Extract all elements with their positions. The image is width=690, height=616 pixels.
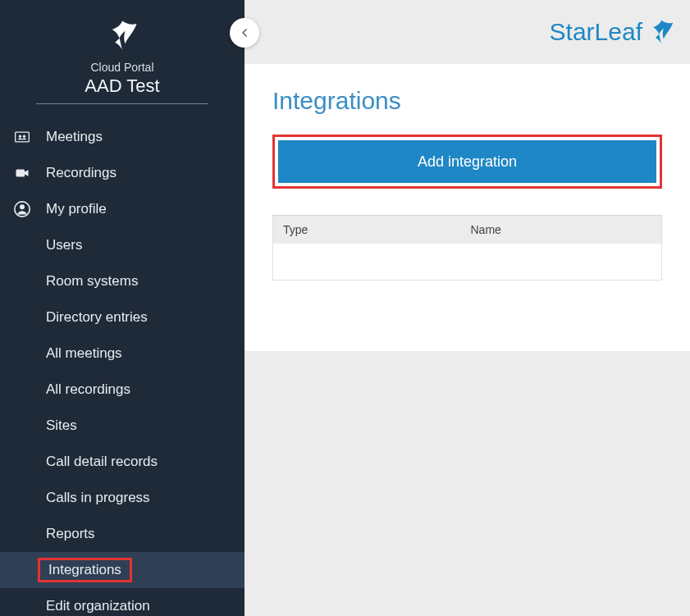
sidebar-item-users[interactable]: Users [0, 227, 244, 263]
svg-point-2 [23, 135, 25, 138]
portal-label: Cloud Portal [90, 61, 153, 74]
add-integration-button[interactable]: Add integration [278, 140, 656, 183]
sidebar-item-label: All meetings [46, 345, 122, 362]
brand-logo: StarLeaf [550, 18, 675, 46]
sidebar-item-my-profile[interactable]: My profile [0, 191, 244, 227]
highlight-box: Integrations [38, 558, 132, 582]
recording-icon [11, 162, 33, 184]
sidebar-collapse-button[interactable] [230, 18, 259, 48]
svg-rect-0 [16, 132, 30, 142]
sidebar-item-reports[interactable]: Reports [0, 516, 244, 552]
sidebar-header: Cloud Portal AAD Test [0, 0, 244, 104]
page-title: Integrations [272, 87, 662, 115]
sidebar-item-all-recordings[interactable]: All recordings [0, 372, 244, 408]
org-name: AAD Test [36, 75, 208, 104]
sidebar-item-label: Room systems [46, 273, 138, 290]
chevron-left-icon [238, 26, 251, 39]
sidebar-item-recordings[interactable]: Recordings [0, 155, 244, 191]
sidebar-item-label: Integrations [48, 562, 121, 577]
table-body-empty [273, 244, 661, 280]
sidebar-nav: Meetings Recordings My profile [0, 119, 244, 616]
column-header-type[interactable]: Type [273, 223, 468, 236]
svg-point-5 [20, 204, 25, 209]
sidebar-item-calls-in-progress[interactable]: Calls in progress [0, 480, 244, 516]
sidebar-item-label: Reports [46, 526, 95, 542]
sidebar-item-label: Sites [46, 418, 77, 434]
sidebar-item-integrations[interactable]: Integrations [0, 552, 244, 588]
sidebar-item-meetings[interactable]: Meetings [0, 119, 244, 155]
sidebar-item-label: Users [46, 237, 82, 253]
starleaf-leaf-icon [105, 18, 139, 52]
profile-icon [11, 198, 33, 220]
sidebar-item-label: Recordings [46, 165, 117, 181]
top-bar: StarLeaf [244, 0, 690, 64]
sidebar-item-label: Call detail records [46, 454, 158, 470]
meetings-icon [11, 126, 33, 148]
sidebar-item-label: Calls in progress [46, 490, 150, 506]
main-area: StarLeaf Integrations Add integration Ty… [244, 0, 690, 616]
sidebar-item-label: My profile [46, 201, 107, 217]
sidebar-item-all-meetings[interactable]: All meetings [0, 335, 244, 372]
sidebar: Cloud Portal AAD Test Meetings [0, 0, 244, 616]
sidebar-item-room-systems[interactable]: Room systems [0, 263, 244, 299]
svg-rect-3 [16, 170, 25, 177]
sidebar-item-edit-organization[interactable]: Edit organization [0, 588, 244, 616]
column-header-name[interactable]: Name [468, 223, 662, 236]
content-card: Integrations Add integration Type Name [244, 64, 690, 351]
table-header-row: Type Name [273, 216, 661, 244]
sidebar-item-label: Edit organization [46, 598, 150, 614]
highlight-box: Add integration [272, 135, 662, 189]
brand-name: StarLeaf [550, 18, 642, 46]
sidebar-item-call-detail-records[interactable]: Call detail records [0, 444, 244, 480]
integrations-table: Type Name [272, 215, 662, 281]
starleaf-leaf-icon [647, 18, 675, 46]
sidebar-item-sites[interactable]: Sites [0, 408, 244, 444]
sidebar-item-label: Directory entries [46, 309, 148, 326]
sidebar-item-directory-entries[interactable]: Directory entries [0, 299, 244, 335]
sidebar-item-label: All recordings [46, 381, 130, 398]
sidebar-item-label: Meetings [46, 129, 103, 145]
svg-point-1 [19, 135, 21, 138]
